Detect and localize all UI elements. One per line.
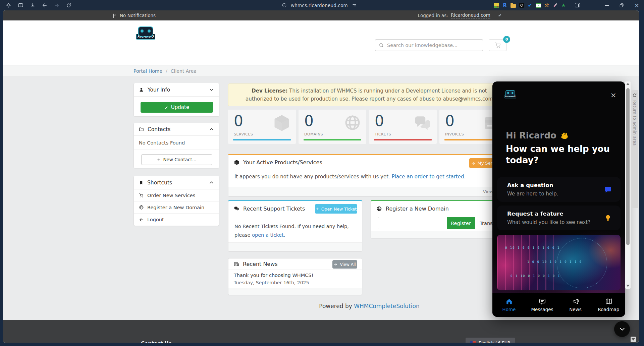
contacts-title: Contacts bbox=[148, 126, 170, 132]
support-tickets-panel: Recent Support Tickets Open New Ticket N… bbox=[228, 200, 362, 251]
arrow-left-icon bbox=[139, 217, 144, 222]
ask-question-card[interactable]: Ask a question We are here to help. bbox=[497, 177, 621, 202]
brand-logo[interactable]: RICARDO bbox=[136, 26, 155, 40]
waving-hand-icon bbox=[560, 131, 569, 140]
tasks-extension-icon[interactable] bbox=[493, 2, 499, 8]
page-scroll-down-arrow[interactable] bbox=[631, 337, 636, 342]
site-info-icon[interactable] bbox=[282, 3, 287, 8]
logged-in-label: Logged in as: bbox=[418, 13, 448, 18]
timer-extension-icon[interactable] bbox=[519, 2, 525, 8]
downloads-icon[interactable] bbox=[28, 2, 37, 9]
search-icon bbox=[379, 43, 384, 48]
return-to-admin-tab[interactable]: Return to admin area bbox=[631, 90, 638, 208]
shortcut-order-new-services[interactable]: Order New Services bbox=[134, 189, 219, 201]
scroll-up-arrow-icon[interactable] bbox=[626, 83, 630, 85]
invoices-count: 0 bbox=[445, 112, 454, 129]
stat-tile-tickets[interactable]: 0 TICKETS bbox=[369, 110, 437, 144]
pencil-icon bbox=[164, 105, 169, 110]
cart-icon bbox=[494, 42, 501, 49]
widget-close-icon[interactable]: × bbox=[610, 92, 616, 99]
plus-icon bbox=[157, 158, 161, 162]
calendar-extension-icon[interactable]: ✓ bbox=[535, 2, 541, 8]
news-item-date: Tuesday, September 16th, 2025 bbox=[234, 280, 309, 285]
open-new-ticket-button[interactable]: Open New Ticket bbox=[315, 204, 357, 214]
back-icon[interactable] bbox=[40, 2, 49, 9]
reload-icon[interactable] bbox=[64, 2, 73, 9]
whmcs-link[interactable]: WHMCompleteSolution bbox=[354, 303, 419, 309]
request-feature-card[interactable]: Request a feature What would you like to… bbox=[497, 206, 621, 230]
scrollbar[interactable] bbox=[625, 81, 631, 289]
logged-in-user[interactable]: Ricardoneud.com bbox=[451, 12, 490, 18]
widget-tab-roadmap[interactable]: Roadmap bbox=[592, 293, 625, 317]
breadcrumb-separator: / bbox=[166, 68, 167, 74]
shortcut-register-domain[interactable]: Register a New Domain bbox=[134, 201, 219, 214]
breadcrumb-home-link[interactable]: Portal Home bbox=[133, 68, 162, 74]
your-info-title: Your Info bbox=[148, 87, 170, 93]
recent-news-title: Recent News bbox=[243, 261, 278, 267]
view-all-button[interactable]: View All bbox=[332, 260, 357, 269]
tools-extension-icon[interactable]: ⚒ bbox=[544, 2, 550, 8]
reader-extension-icon[interactable] bbox=[574, 2, 580, 8]
r-extension-icon[interactable]: R bbox=[502, 2, 508, 8]
browser-toolbar: whmcs.ricardoneud.com R ✔ ✓ ⚒ ★ × bbox=[0, 0, 644, 10]
news-item-title[interactable]: Thank you for choosing WHMCS! bbox=[234, 273, 313, 278]
sidebar-toggle-icon[interactable] bbox=[16, 2, 25, 9]
register-domain-panel: Register a New Domain Register Transfer bbox=[371, 200, 511, 238]
contacts-header[interactable]: Contacts bbox=[134, 123, 219, 136]
knowledgebase-search bbox=[375, 39, 483, 51]
refresh-icon bbox=[632, 93, 637, 98]
widget-tab-home[interactable]: Home bbox=[492, 293, 526, 317]
scrollbar-thumb[interactable] bbox=[626, 88, 630, 245]
gamepad-logo-icon bbox=[138, 26, 153, 37]
minimize-icon[interactable] bbox=[605, 5, 609, 6]
browser-logo-icon[interactable] bbox=[4, 2, 13, 9]
footer-contact-us[interactable]: Contact Us bbox=[141, 341, 172, 343]
forward-icon[interactable] bbox=[52, 2, 61, 9]
close-window-icon[interactable]: × bbox=[634, 2, 639, 8]
new-contact-button[interactable]: New Contact... bbox=[141, 154, 212, 165]
tune-icon[interactable] bbox=[352, 3, 357, 8]
domains-label: DOMAINS bbox=[304, 132, 323, 136]
widget-tab-messages[interactable]: Messages bbox=[526, 293, 559, 317]
cube-icon bbox=[234, 160, 239, 165]
chat-launcher-button[interactable] bbox=[614, 321, 630, 337]
address-bar[interactable]: whmcs.ricardoneud.com bbox=[282, 0, 357, 10]
update-button[interactable]: Update bbox=[141, 102, 213, 113]
pin-icon[interactable] bbox=[497, 13, 502, 18]
chevron-down-icon[interactable] bbox=[209, 87, 214, 92]
shortcuts-card: Shortcuts Order New Services Register a … bbox=[133, 176, 219, 226]
notifications-button[interactable]: No Notifications bbox=[112, 10, 156, 20]
page-viewport: No Notifications Logged in as: Ricardone… bbox=[3, 10, 639, 343]
star-extension-icon[interactable]: ★ bbox=[560, 2, 567, 8]
shortcuts-header[interactable]: Shortcuts bbox=[134, 176, 219, 189]
extensions-area: R ✔ ✓ ⚒ ★ bbox=[493, 0, 580, 10]
chevron-up-icon[interactable] bbox=[209, 180, 214, 185]
contacts-card: Contacts No Contacts Found New Contact..… bbox=[133, 123, 219, 168]
chat-bubble-icon bbox=[604, 186, 612, 193]
return-to-admin-label: Return to admin area bbox=[632, 100, 637, 146]
stat-tile-domains[interactable]: 0 DOMAINS bbox=[299, 110, 366, 144]
home-icon bbox=[505, 298, 513, 305]
shortcuts-title: Shortcuts bbox=[147, 180, 172, 186]
url-text[interactable]: whmcs.ricardoneud.com bbox=[291, 3, 348, 8]
scroll-down-arrow-icon[interactable] bbox=[626, 285, 630, 287]
language-selector[interactable]: English / € EUR bbox=[466, 338, 515, 343]
restore-icon[interactable] bbox=[619, 3, 624, 8]
domains-count: 0 bbox=[304, 112, 314, 129]
colorpicker-extension-icon[interactable] bbox=[552, 2, 558, 8]
shortcut-logout[interactable]: Logout bbox=[134, 214, 219, 226]
widget-tab-news[interactable]: News bbox=[559, 293, 592, 317]
domain-register-button[interactable]: Register bbox=[447, 217, 475, 229]
chevron-up-icon[interactable] bbox=[209, 127, 214, 132]
check-extension-icon[interactable]: ✔ bbox=[527, 2, 533, 8]
folder-extension-icon[interactable] bbox=[510, 2, 516, 8]
tickets-label: TICKETS bbox=[375, 132, 391, 136]
stat-tile-services[interactable]: 0 SERVICES bbox=[228, 110, 296, 144]
open-a-ticket-link[interactable]: open a ticket bbox=[252, 232, 283, 238]
place-order-link[interactable]: Place an order to get started bbox=[392, 174, 464, 180]
widget-promo-image[interactable]: 0 10 1 0 0 1 0 1 0 0 1 1 0 0 10 1 0 1 0 … bbox=[497, 235, 621, 290]
domain-search-input[interactable] bbox=[378, 217, 447, 229]
globe-icon bbox=[376, 206, 382, 212]
your-info-header[interactable]: Your Info bbox=[134, 83, 219, 97]
search-input[interactable] bbox=[387, 43, 479, 48]
